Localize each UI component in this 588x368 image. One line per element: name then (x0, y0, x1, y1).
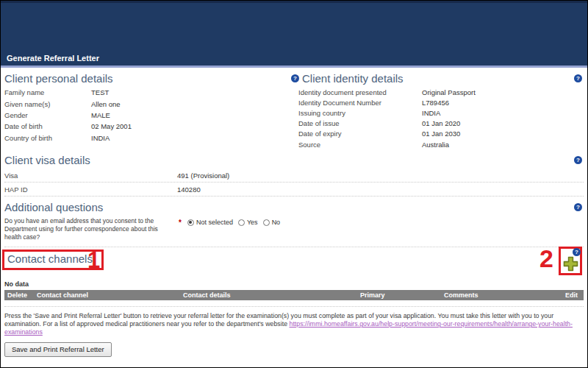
email-consent-radio-group: * Not selected Yes No (179, 217, 280, 227)
field-row: Visa 491 (Provisional) (4, 169, 584, 183)
field-label: Gender (4, 111, 91, 119)
page-title: Generate Referral Letter (7, 54, 99, 63)
field-row: Identity document presented Original Pas… (291, 87, 584, 97)
field-value: Original Passport (422, 88, 476, 96)
field-row: Given name(s) Allen one (4, 98, 291, 109)
field-value: 491 (Provisional) (177, 171, 229, 180)
help-icon[interactable]: ? (291, 74, 299, 82)
field-row: Date of expiry 01 Jan 2030 (291, 129, 584, 139)
field-label: Identity document presented (298, 88, 422, 96)
field-label: Given name(s) (4, 100, 91, 108)
section-title-personal: Client personal details (4, 72, 113, 85)
radio-yes[interactable] (238, 219, 245, 226)
help-icon[interactable]: ? (574, 74, 582, 82)
field-label: HAP ID (4, 185, 177, 194)
field-label: Issuing country (298, 109, 422, 117)
no-data-label: No data (4, 280, 584, 288)
field-label: Visa (4, 171, 177, 180)
field-value: L789456 (422, 99, 449, 107)
annotation-box-2: ? (559, 247, 582, 275)
table-header-contact-details: Contact details (183, 291, 231, 299)
radio-label: No (272, 219, 281, 226)
field-row: Date of issue 01 Jan 2020 (291, 118, 584, 129)
field-value: 01 Jan 2020 (422, 119, 460, 127)
radio-label: Yes (247, 219, 258, 226)
field-value: MALE (91, 111, 110, 119)
field-label: Date of issue (298, 119, 422, 127)
field-label: Country of birth (4, 134, 91, 142)
contact-channels-table-header: Delete Contact channel Contact details P… (4, 290, 584, 300)
field-value: Australia (422, 141, 449, 149)
radio-not-selected[interactable] (187, 219, 194, 226)
field-label: Source (298, 141, 422, 149)
additional-questions-section: Additional questions ? Do you have an em… (4, 197, 584, 247)
referral-letter-instructions: Press the 'Save and Print Referral Lette… (4, 312, 584, 336)
field-value: TEST (91, 88, 109, 96)
table-header-comments: Comments (444, 291, 478, 299)
client-personal-details-section: Client personal details Family name TEST… (4, 68, 291, 149)
table-header-edit: Edit (565, 291, 578, 299)
field-row: Country of birth INDIA (4, 132, 291, 144)
field-row: Gender MALE (4, 110, 291, 121)
field-row: Family name TEST (4, 87, 291, 98)
table-empty-body (4, 300, 584, 307)
generate-referral-letter-page: Generate Referral Letter Client personal… (0, 0, 588, 368)
table-header-contact-channel: Contact channel (37, 291, 88, 299)
email-consent-question-row: Do you have an email address that you co… (4, 216, 584, 247)
field-row: HAP ID 140280 (4, 183, 584, 197)
field-row: Date of birth 02 May 2001 (4, 121, 291, 132)
field-value: Allen one (91, 100, 121, 108)
section-title-questions: Additional questions (4, 201, 103, 213)
field-label: Identity Document Number (298, 99, 422, 107)
question-text: Do you have an email address that you co… (4, 217, 175, 241)
field-label: Family name (4, 88, 91, 96)
table-header-primary: Primary (360, 291, 385, 299)
radio-no[interactable] (263, 219, 270, 226)
field-row: Identity Document Number L789456 (291, 97, 584, 107)
field-label: Date of birth (4, 122, 91, 130)
client-identity-details-section: ? Client identity details ? Identity doc… (291, 68, 584, 149)
client-visa-details-section: Client visa details ? Visa 491 (Provisio… (4, 149, 584, 197)
field-value: 01 Jan 2030 (422, 130, 460, 138)
table-header-delete: Delete (7, 291, 27, 299)
section-title-identity: Client identity details (302, 72, 404, 85)
add-contact-channel-icon[interactable] (563, 256, 578, 272)
field-value: 02 May 2001 (91, 122, 132, 130)
required-asterisk: * (179, 219, 182, 227)
radio-label: Not selected (196, 219, 233, 226)
field-row: Source Australia (291, 139, 584, 149)
help-icon[interactable]: ? (574, 203, 582, 211)
field-value: 140280 (177, 185, 201, 194)
help-icon[interactable]: ? (573, 248, 581, 256)
field-value: INDIA (91, 134, 110, 142)
section-title-contact-channels: Contact channels (7, 252, 93, 265)
annotation-number-2: 2 (539, 244, 553, 273)
app-header: Generate Referral Letter (1, 1, 587, 68)
header-top-strip (1, 1, 587, 3)
field-label: Date of expiry (298, 130, 422, 138)
section-title-visa: Client visa details (4, 154, 90, 166)
field-row: Issuing country INDIA (291, 107, 584, 118)
help-icon[interactable]: ? (574, 156, 582, 164)
save-and-print-referral-letter-button[interactable]: Save and Print Referral Letter (4, 342, 112, 357)
field-value: INDIA (422, 109, 440, 117)
annotation-number-1: 1 (87, 247, 100, 274)
contact-channels-section-header: Contact channels 1 2 ? (4, 249, 584, 278)
